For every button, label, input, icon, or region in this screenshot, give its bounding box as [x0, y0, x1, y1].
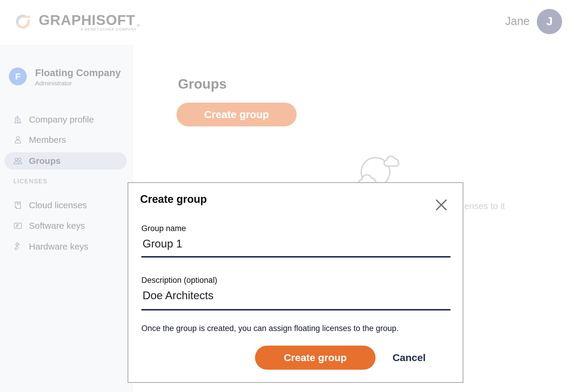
modal-create-group-button[interactable]: Create group [255, 346, 376, 370]
description-label: Description (optional) [141, 276, 217, 285]
create-group-modal: Create group Group name Description (opt… [128, 182, 463, 383]
group-name-input[interactable] [143, 238, 449, 250]
description-input[interactable] [143, 289, 449, 302]
modal-title: Create group [140, 193, 207, 206]
modal-note: Once the group is created, you can assig… [141, 324, 399, 333]
close-icon[interactable] [435, 198, 448, 211]
modal-cancel-button[interactable]: Cancel [392, 346, 426, 370]
group-name-underline [141, 256, 451, 258]
description-underline [141, 309, 451, 311]
group-name-label: Group name [141, 224, 186, 233]
